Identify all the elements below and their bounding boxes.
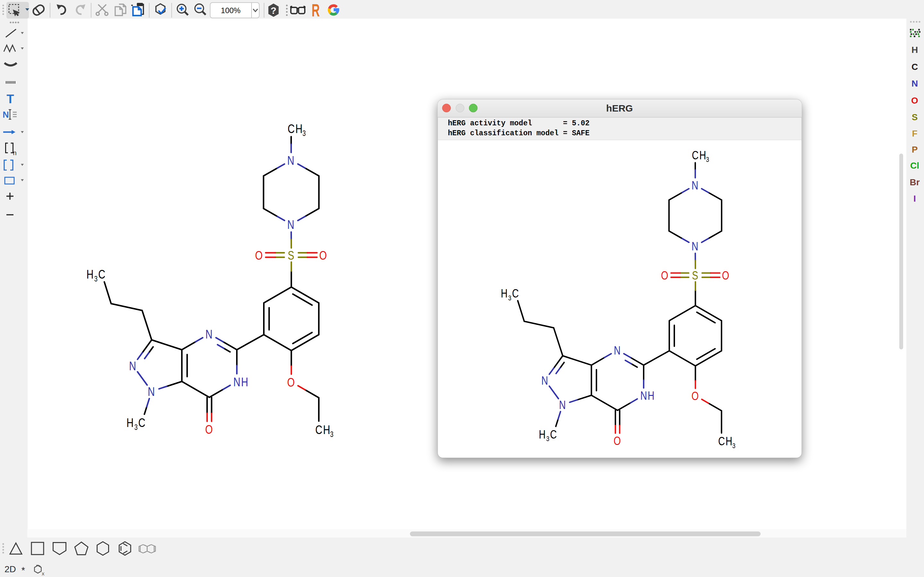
svg-text:R: R [312,0,320,20]
svg-text:x: x [42,571,45,577]
svg-text:S: S [912,112,918,122]
svg-text:Br: Br [909,177,919,187]
svg-text:?: ? [270,5,276,16]
svg-text:hERG classification model = SA: hERG classification model = SAFE [448,129,590,137]
svg-text:H: H [911,45,918,55]
svg-text:100%: 100% [221,6,240,15]
svg-text:F: F [912,129,917,139]
svg-text:N: N [911,79,918,89]
svg-text:n: n [13,149,16,156]
svg-text:O: O [911,95,918,105]
svg-text:I: I [913,193,916,203]
svg-text:C: C [911,62,918,72]
svg-text:P: P [912,145,918,155]
svg-text:hERG: hERG [606,103,633,113]
svg-text:T: T [6,92,14,106]
svg-text:hERG activity model = 5.: hERG activity model = 5.02 [448,119,590,127]
svg-text:Cl: Cl [910,161,919,171]
svg-text:*: * [21,565,25,575]
svg-text:N: N [3,110,9,119]
svg-text:2D: 2D [5,564,16,574]
